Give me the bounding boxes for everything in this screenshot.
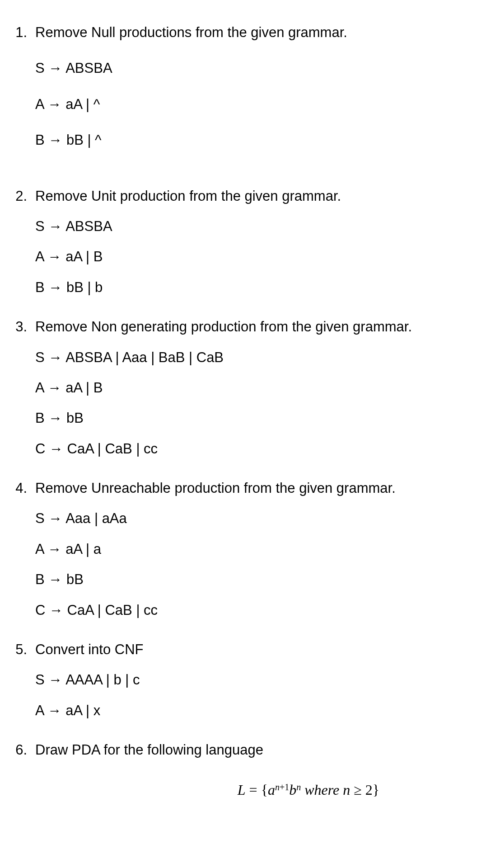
question-number: 1.: [14, 23, 35, 177]
grammar-rule: A → aA | x: [35, 701, 472, 720]
grammar-rule: C → CaA | CaB | cc: [35, 439, 472, 458]
question-body: Remove Non generating production from th…: [35, 317, 472, 469]
formula-close: }: [373, 782, 379, 798]
language-formula: L = {an+1bn where n ≥ 2}: [14, 780, 472, 800]
question-3: 3.Remove Non generating production from …: [14, 317, 472, 469]
question-number: 6.: [14, 740, 35, 770]
formula-exp2: n: [296, 782, 301, 792]
question-body: Remove Null productions from the given g…: [35, 23, 472, 177]
question-title: Remove Null productions from the given g…: [35, 23, 472, 42]
formula-eq: = {: [246, 782, 268, 798]
grammar-rule: A → aA | ^: [35, 94, 472, 114]
document: 1.Remove Null productions from the given…: [14, 23, 472, 800]
question-title: Remove Non generating production from th…: [35, 317, 472, 336]
question-title: Remove Unit production from the given gr…: [35, 186, 472, 206]
formula-a: a: [268, 782, 275, 798]
question-6: 6.Draw PDA for the following language: [14, 740, 472, 770]
question-body: Remove Unreachable production from the g…: [35, 478, 472, 631]
question-number: 5.: [14, 640, 35, 731]
grammar-rule: S → ABSBA: [35, 217, 472, 236]
grammar-rule: A → aA | a: [35, 539, 472, 559]
question-2: 2.Remove Unit production from the given …: [14, 186, 472, 308]
grammar-rule: A → aA | B: [35, 378, 472, 397]
question-4: 4.Remove Unreachable production from the…: [14, 478, 472, 631]
question-body: Draw PDA for the following language: [35, 740, 472, 770]
grammar-rule: B → bB: [35, 570, 472, 589]
question-title: Remove Unreachable production from the g…: [35, 478, 472, 498]
question-body: Convert into CNFS → AAAA | b | cA → aA |…: [35, 640, 472, 731]
question-title: Draw PDA for the following language: [35, 740, 472, 760]
grammar-rule: B → bB: [35, 408, 472, 428]
grammar-rule: S → ABSBA | Aaa | BaB | CaB: [35, 348, 472, 367]
question-body: Remove Unit production from the given gr…: [35, 186, 472, 308]
grammar-rule: B → bB | ^: [35, 130, 472, 150]
question-5: 5.Convert into CNFS → AAAA | b | cA → aA…: [14, 640, 472, 731]
grammar-rule: S → ABSBA: [35, 58, 472, 78]
formula-exp1: n+1: [275, 782, 289, 792]
formula-where: where n ≥: [301, 782, 365, 798]
question-number: 4.: [14, 478, 35, 631]
formula-b: b: [289, 782, 296, 798]
formula-two: 2: [365, 782, 373, 798]
grammar-rule: S → AAAA | b | c: [35, 670, 472, 689]
formula-L: L: [238, 782, 246, 798]
question-title: Convert into CNF: [35, 640, 472, 659]
grammar-rule: A → aA | B: [35, 247, 472, 266]
question-number: 3.: [14, 317, 35, 469]
question-1: 1.Remove Null productions from the given…: [14, 23, 472, 177]
grammar-rule: B → bB | b: [35, 278, 472, 297]
question-number: 2.: [14, 186, 35, 308]
grammar-rule: C → CaA | CaB | cc: [35, 600, 472, 620]
grammar-rule: S → Aaa | aAa: [35, 509, 472, 528]
